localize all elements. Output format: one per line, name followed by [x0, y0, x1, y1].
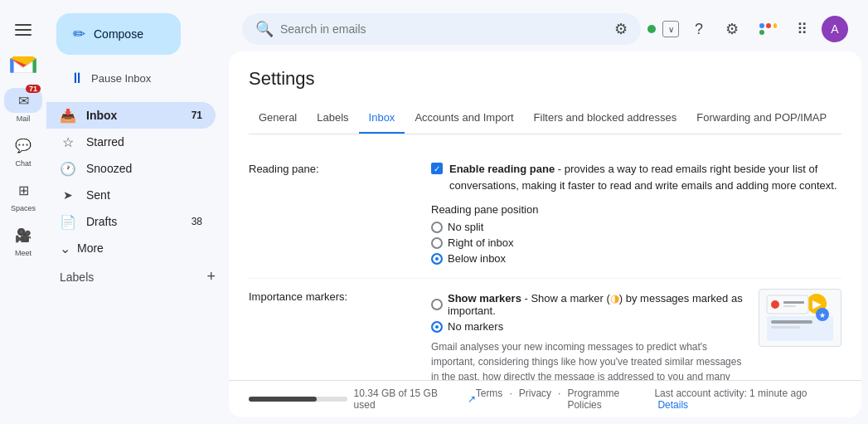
svg-text:★: ★ — [819, 311, 826, 319]
svg-rect-16 — [783, 301, 804, 304]
radio-show-markers[interactable]: Show markers - Show a marker (◑) by mess… — [431, 292, 745, 317]
sidebar-item-drafts[interactable]: 📄 Drafts 38 — [46, 208, 216, 235]
tab-forwarding[interactable]: Forwarding and POP/IMAP — [686, 103, 836, 134]
svg-rect-17 — [783, 305, 796, 307]
radio-below-inbox[interactable]: Below inbox — [431, 252, 841, 265]
radio-no-split-circle[interactable] — [431, 222, 443, 233]
pause-icon: ⏸ — [70, 70, 85, 87]
reading-pane-label: Reading pane: — [249, 161, 431, 268]
footer-links: Terms · Privacy · Programme Policies — [476, 387, 655, 411]
programme-link[interactable]: Programme Policies — [567, 387, 654, 411]
inbox-count: 71 — [192, 110, 202, 121]
settings-icon[interactable]: ⚙ — [719, 16, 745, 42]
hamburger-menu[interactable] — [7, 13, 40, 46]
inbox-label: Inbox — [86, 109, 192, 122]
search-input[interactable] — [280, 22, 608, 36]
sidebar-more-toggle[interactable]: ⌄ More — [46, 235, 216, 261]
svg-rect-0 — [15, 24, 32, 26]
settings-title: Settings — [249, 68, 841, 90]
radio-right-circle[interactable] — [431, 237, 443, 249]
enable-reading-bold: Enable reading pane — [449, 163, 555, 175]
pause-inbox-label: Pause Inbox — [91, 72, 151, 85]
labels-section: Labels + — [46, 265, 229, 289]
svg-point-3 — [759, 23, 764, 28]
radio-no-markers[interactable]: No markers — [431, 320, 745, 333]
google-apps-button[interactable]: ⠿ — [788, 16, 815, 42]
compose-label: Compose — [94, 27, 143, 41]
collapse-icon[interactable]: ∨ — [662, 21, 679, 37]
snoozed-label: Snoozed — [86, 162, 202, 175]
tab-inbox[interactable]: Inbox — [359, 103, 405, 134]
sidebar-icon-mail[interactable]: ✉ 71 Mail — [3, 85, 43, 126]
importance-info-text: Gmail analyses your new incoming message… — [431, 339, 745, 380]
compose-button[interactable]: ✏ Compose — [56, 13, 181, 55]
tab-accounts[interactable]: Accounts and Import — [405, 103, 523, 134]
radio-no-split[interactable]: No split — [431, 221, 841, 233]
tab-labels[interactable]: Labels — [307, 103, 358, 134]
importance-left: Show markers - Show a marker (◑) by mess… — [431, 289, 745, 380]
radio-right-label: Right of inbox — [448, 236, 514, 249]
chat-icon-label: Chat — [15, 159, 31, 168]
mail-icon-label: Mail — [17, 115, 31, 123]
status-dot — [647, 25, 656, 33]
radio-no-markers-circle[interactable] — [431, 321, 443, 333]
radio-below-label: Below inbox — [448, 252, 506, 265]
user-avatar[interactable]: A — [822, 16, 848, 42]
svg-rect-2 — [15, 34, 32, 36]
svg-rect-8 — [771, 320, 812, 324]
footer: 10.34 GB of 15 GB used ↗ Terms · Privacy… — [229, 380, 861, 417]
drafts-label: Drafts — [86, 215, 192, 228]
sidebar-icon-meet[interactable]: 🎥 Meet — [3, 219, 43, 261]
add-label-button[interactable]: + — [206, 268, 216, 285]
filter-options-icon[interactable]: ⚙ — [614, 20, 628, 38]
search-icon: 🔍 — [255, 20, 274, 38]
radio-below-circle[interactable] — [431, 253, 443, 265]
svg-point-15 — [771, 300, 779, 309]
reading-pane-value: Enable reading pane - provides a way to … — [431, 161, 841, 268]
radio-show-markers-circle[interactable] — [431, 299, 443, 310]
tab-general[interactable]: General — [249, 103, 307, 134]
topbar-right: ∨ ? ⚙ ⠿ A — [647, 16, 848, 42]
search-box[interactable]: 🔍 ⚙ — [242, 13, 641, 45]
last-activity: Last account activity: 1 minute ago Deta… — [654, 387, 841, 411]
sidebar-icon-spaces[interactable]: ⊞ Spaces — [3, 174, 43, 216]
labels-heading: Labels — [60, 270, 94, 284]
more-label: More — [77, 241, 104, 255]
settings-content: Reading pane: Enable reading pane - prov… — [249, 134, 841, 380]
tab-filters[interactable]: Filters and blocked addresses — [524, 103, 687, 134]
sidebar-item-snoozed[interactable]: 🕐 Snoozed — [46, 155, 216, 182]
svg-point-4 — [766, 23, 771, 28]
gmail-logo-area[interactable] — [10, 50, 36, 78]
privacy-link[interactable]: Privacy — [519, 387, 551, 411]
enable-reading-text: Enable reading pane - provides a way to … — [449, 161, 841, 193]
compose-icon: ✏ — [73, 25, 85, 43]
terms-link[interactable]: Terms — [476, 387, 503, 411]
pause-inbox-button[interactable]: ⏸ Pause Inbox — [56, 63, 189, 94]
starred-icon: ☆ — [60, 134, 76, 150]
spaces-icon-label: Spaces — [11, 204, 36, 212]
external-link-icon[interactable]: ↗ — [468, 393, 476, 405]
no-markers-label: No markers — [448, 320, 503, 333]
sidebar-icon-chat[interactable]: 💬 Chat — [3, 129, 43, 171]
icon-sidebar: ✉ 71 Mail 💬 Chat ⊞ Spaces 🎥 Meet — [0, 0, 46, 424]
show-markers-label: Show markers - Show a marker (◑) by mess… — [448, 292, 745, 317]
tab-addons[interactable]: Add-ons — [836, 103, 841, 134]
meet-icon-label: Meet — [15, 249, 32, 257]
enable-reading-checkbox[interactable] — [431, 163, 443, 174]
radio-no-split-label: No split — [448, 221, 483, 233]
sent-label: Sent — [86, 188, 202, 202]
help-icon[interactable]: ? — [686, 16, 712, 42]
details-link[interactable]: Details — [657, 399, 688, 411]
radio-right-inbox[interactable]: Right of inbox — [431, 236, 841, 249]
sidebar: ✏ Compose ⏸ Pause Inbox 📥 Inbox 71 ☆ Sta… — [46, 0, 229, 424]
svg-rect-1 — [15, 29, 32, 31]
sidebar-item-starred[interactable]: ☆ Starred — [46, 129, 216, 155]
sidebar-item-inbox[interactable]: 📥 Inbox 71 — [46, 102, 216, 129]
storage-bar — [249, 397, 347, 402]
sidebar-item-sent[interactable]: ➤ Sent — [46, 182, 216, 208]
starred-label: Starred — [86, 135, 202, 149]
settings-tabs: General Labels Inbox Accounts and Import… — [249, 103, 841, 134]
google-apps-decoration — [752, 19, 782, 39]
position-heading: Reading pane position — [431, 203, 841, 216]
drafts-icon: 📄 — [60, 213, 76, 230]
